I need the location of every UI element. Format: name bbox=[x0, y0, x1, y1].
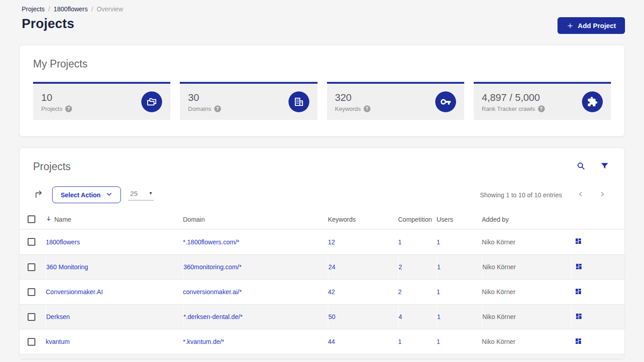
page-title: Projects bbox=[19, 16, 74, 31]
added-by-value: Niko Körner bbox=[482, 338, 515, 345]
users-count-link[interactable]: 1 bbox=[437, 288, 440, 295]
stat-value: 30 bbox=[188, 92, 221, 104]
dashboard-icon bbox=[575, 265, 582, 272]
project-domain-link[interactable]: *.1800flowers.com/* bbox=[183, 238, 240, 246]
column-header-added-by[interactable]: Added by bbox=[482, 210, 571, 229]
stat-label: Keywords bbox=[335, 105, 361, 112]
chevron-down-icon bbox=[106, 191, 112, 199]
add-project-label: Add Project bbox=[578, 22, 616, 29]
column-header-users[interactable]: Users bbox=[437, 210, 482, 229]
stat-label: Rank Tracker crawls bbox=[482, 105, 535, 112]
project-name-link[interactable]: kvantum bbox=[46, 338, 70, 345]
key-icon bbox=[435, 91, 456, 112]
stat-card-projects: 10 Projects ? bbox=[33, 82, 170, 120]
export-button[interactable] bbox=[33, 189, 45, 200]
dashboard-button[interactable] bbox=[574, 237, 583, 247]
project-name-link[interactable]: 360 Monitoring bbox=[46, 263, 88, 271]
project-domain-link[interactable]: conversionmaker.ai/* bbox=[183, 288, 242, 295]
breadcrumb-projects[interactable]: Projects bbox=[22, 5, 45, 13]
table-row: 360 Monitoring 360monitoring.com/* 24 2 … bbox=[19, 254, 625, 279]
project-name-link[interactable]: Conversionmaker.AI bbox=[46, 288, 103, 295]
projects-panel-title: Projects bbox=[33, 161, 71, 173]
export-arrow-icon bbox=[34, 194, 44, 200]
column-header-competition[interactable]: Competition bbox=[398, 210, 437, 229]
project-domain-link[interactable]: *.kvantum.de/* bbox=[183, 338, 224, 345]
dashboard-icon bbox=[575, 239, 582, 246]
select-all-checkbox[interactable] bbox=[28, 215, 35, 223]
stat-label: Projects bbox=[41, 105, 62, 112]
competition-count-link[interactable]: 1 bbox=[398, 338, 402, 345]
added-by-value: Niko Körner bbox=[482, 238, 515, 246]
caret-down-icon: ▼ bbox=[149, 191, 153, 195]
users-count-link[interactable]: 1 bbox=[437, 263, 441, 271]
dashboard-icon bbox=[575, 290, 582, 296]
add-project-button[interactable]: Add Project bbox=[557, 17, 625, 34]
chevron-right-icon bbox=[599, 192, 606, 199]
help-icon[interactable]: ? bbox=[538, 105, 545, 112]
search-icon bbox=[577, 165, 586, 172]
page-size-select[interactable]: 25 ▼ bbox=[128, 190, 154, 200]
stat-card-keywords: 320 Keywords ? bbox=[327, 82, 464, 120]
stat-card-rank-tracker: 4,897 / 5,000 Rank Tracker crawls ? bbox=[474, 82, 611, 120]
users-count-link[interactable]: 1 bbox=[437, 338, 440, 345]
keywords-count-link[interactable]: 24 bbox=[328, 263, 336, 271]
help-icon[interactable]: ? bbox=[214, 105, 221, 112]
page-size-value: 25 bbox=[130, 190, 138, 197]
competition-count-link[interactable]: 2 bbox=[398, 288, 402, 295]
dashboard-button[interactable] bbox=[574, 287, 583, 297]
project-domain-link[interactable]: 360monitoring.com/* bbox=[183, 263, 241, 271]
keywords-count-link[interactable]: 50 bbox=[328, 313, 336, 320]
dashboard-icon bbox=[575, 314, 582, 321]
row-checkbox[interactable] bbox=[28, 288, 35, 296]
column-header-label: Name bbox=[54, 216, 71, 223]
pagination-next-button[interactable] bbox=[595, 189, 610, 200]
help-icon[interactable]: ? bbox=[65, 105, 72, 112]
my-projects-panel: My Projects 10 Projects ? bbox=[19, 45, 625, 137]
stats-row: 10 Projects ? 30 Domai bbox=[19, 70, 625, 136]
projects-table: Name Domain Keywords Competition Users A… bbox=[19, 210, 625, 359]
my-projects-title: My Projects bbox=[33, 58, 87, 70]
project-domain-link[interactable]: *.derksen-dental.de/* bbox=[183, 313, 243, 320]
keywords-count-link[interactable]: 44 bbox=[328, 338, 335, 345]
stat-value: 4,897 / 5,000 bbox=[482, 92, 545, 104]
table-row-partial bbox=[19, 354, 625, 359]
users-count-link[interactable]: 1 bbox=[437, 238, 440, 246]
column-header-name[interactable]: Name bbox=[46, 210, 183, 229]
search-button[interactable] bbox=[576, 161, 586, 173]
dashboard-button[interactable] bbox=[574, 262, 583, 272]
stat-value: 10 bbox=[41, 92, 72, 104]
dashboard-button[interactable] bbox=[574, 312, 583, 322]
project-name-link[interactable]: 1800flowers bbox=[46, 238, 80, 246]
page: Projects / 1800flowers / Overview Projec… bbox=[0, 0, 644, 359]
row-checkbox[interactable] bbox=[28, 238, 35, 246]
table-row: Derksen *.derksen-dental.de/* 50 4 1 Nik… bbox=[19, 304, 625, 329]
showing-entries-text: Showing 1 to 10 of 10 entries bbox=[480, 191, 562, 199]
help-icon[interactable]: ? bbox=[364, 105, 370, 112]
table-header-row: Name Domain Keywords Competition Users A… bbox=[19, 210, 625, 229]
row-checkbox[interactable] bbox=[28, 263, 35, 271]
puzzle-icon bbox=[582, 91, 603, 112]
table-body: 1800flowers *.1800flowers.com/* 12 1 1 N… bbox=[19, 229, 625, 359]
dashboard-button[interactable] bbox=[574, 337, 583, 347]
select-action-dropdown[interactable]: Select Action bbox=[52, 186, 121, 203]
keywords-count-link[interactable]: 42 bbox=[328, 288, 335, 295]
column-header-keywords[interactable]: Keywords bbox=[328, 210, 398, 229]
filter-button[interactable] bbox=[599, 161, 610, 173]
competition-count-link[interactable]: 1 bbox=[398, 238, 402, 246]
competition-count-link[interactable]: 4 bbox=[399, 313, 402, 320]
sort-descending-icon bbox=[46, 215, 52, 223]
folders-icon bbox=[141, 91, 162, 112]
competition-count-link[interactable]: 2 bbox=[399, 263, 402, 271]
column-header-domain[interactable]: Domain bbox=[183, 210, 328, 229]
title-bar: Projects Add Project bbox=[19, 16, 625, 34]
breadcrumb-1800flowers[interactable]: 1800flowers bbox=[53, 5, 88, 13]
dashboard-icon bbox=[575, 339, 582, 346]
row-checkbox[interactable] bbox=[28, 313, 35, 321]
stat-card-domains: 30 Domains ? bbox=[180, 82, 317, 120]
keywords-count-link[interactable]: 12 bbox=[328, 238, 335, 246]
project-name-link[interactable]: Derksen bbox=[46, 313, 70, 320]
pagination-prev-button[interactable] bbox=[573, 189, 588, 200]
row-checkbox[interactable] bbox=[28, 338, 35, 346]
users-count-link[interactable]: 1 bbox=[437, 313, 441, 320]
stat-value: 320 bbox=[335, 92, 370, 104]
